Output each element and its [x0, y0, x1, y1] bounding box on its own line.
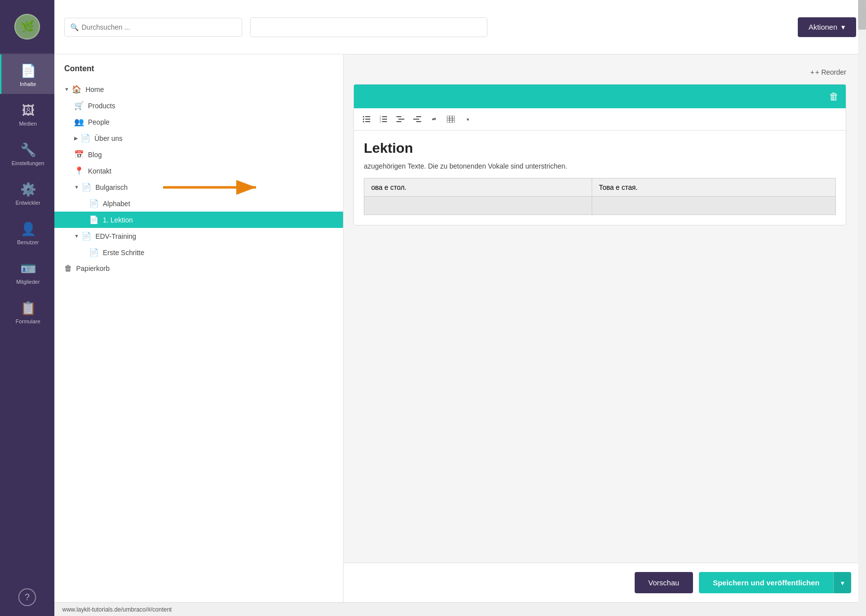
table-row: ова е стол. Това е стая. [364, 178, 836, 197]
toolbar-link[interactable] [427, 112, 441, 126]
sidebar-item-einstellungen[interactable]: 🔧 Einstellungen [0, 133, 54, 173]
erste-schritte-icon: 📄 [89, 248, 99, 257]
benutzer-icon: 👤 [20, 221, 36, 237]
svg-rect-15 [398, 119, 404, 120]
toolbar-outdent[interactable] [410, 112, 424, 126]
expand-edv-icon: ▼ [74, 233, 79, 239]
svg-rect-19 [416, 121, 421, 122]
reorder-button[interactable]: + + Reorder [353, 64, 846, 80]
expand-bulgarisch-icon: ▼ [74, 184, 79, 190]
svg-rect-4 [365, 121, 370, 122]
inhalte-icon: 📄 [20, 63, 36, 79]
preview-button[interactable]: Vorschau [635, 572, 693, 593]
tree-node-lektion-label: 1. Lektion [103, 216, 133, 224]
actions-label: Aktionen [809, 23, 837, 31]
tree-node-blog-label: Blog [88, 151, 102, 159]
tree-node-bulgarisch[interactable]: ▼ 📄 Bulgarisch [54, 179, 343, 195]
publish-button[interactable]: Speichern und veröffentlichen [699, 572, 833, 593]
svg-rect-8 [382, 116, 387, 117]
search-wrapper: 🔍 [64, 18, 242, 37]
tree-node-kontakt-label: Kontakt [88, 167, 111, 175]
tree-node-bulgarisch-label: Bulgarisch [95, 183, 128, 191]
expand-ueber-uns-icon: ▶ [74, 135, 78, 141]
publish-wrapper: Speichern und veröffentlichen ▾ [699, 572, 851, 593]
toolbar-table[interactable] [444, 112, 458, 126]
user-avatar-container[interactable]: 🌿 [0, 0, 54, 54]
sidebar-item-entwickler[interactable]: ⚙️ Entwickler [0, 173, 54, 213]
editor-card-header: 🗑 [354, 85, 846, 108]
help-button[interactable]: ? [0, 578, 54, 616]
entwickler-icon: ⚙️ [20, 182, 36, 197]
tree-node-papierkorb[interactable]: 🗑 Papierkorb [54, 261, 343, 276]
medien-icon: 🖼 [22, 103, 35, 118]
svg-rect-14 [396, 116, 401, 117]
sidebar-item-medien[interactable]: 🖼 Medien [0, 94, 54, 133]
tree-node-erste-schritte-label: Erste Schritte [103, 249, 144, 257]
toolbar-list-ul[interactable] [360, 112, 374, 126]
edv-icon: 📄 [82, 231, 91, 241]
table-cell[interactable]: ова е стол. [364, 178, 592, 197]
reorder-label: + Reorder [815, 68, 846, 76]
tree-node-ueber-uns-label: Über uns [94, 134, 123, 142]
publish-dropdown-button[interactable]: ▾ [833, 572, 851, 593]
editor-text[interactable]: azugehörigen Texte. Die zu betonenden Vo… [364, 162, 836, 170]
search-input[interactable] [64, 18, 242, 37]
topbar-mid [250, 17, 790, 37]
tree-node-lektion[interactable]: 📄 1. Lektion [54, 212, 343, 228]
table-cell[interactable]: Това е стая. [592, 178, 835, 197]
svg-point-5 [363, 116, 364, 118]
home-icon: 🏠 [72, 85, 82, 94]
svg-point-7 [363, 121, 364, 123]
tree-node-blog[interactable]: 📅 Blog [54, 146, 343, 163]
tree-node-products[interactable]: 🛒 Products [54, 97, 343, 114]
sidebar-item-formulare[interactable]: 📋 Formulare [0, 292, 54, 331]
kontakt-icon: 📍 [74, 166, 84, 176]
bulgarisch-icon: 📄 [82, 182, 91, 192]
table-cell[interactable] [592, 197, 835, 215]
status-bar: www.laykit-tutorials.de/umbraco/#/conten… [54, 602, 866, 616]
table-cell[interactable] [364, 197, 592, 215]
tree-node-kontakt[interactable]: 📍 Kontakt [54, 163, 343, 179]
svg-rect-2 [365, 116, 370, 117]
editor-heading[interactable]: Lektion [364, 140, 836, 156]
status-url: www.laykit-tutorials.de/umbraco/#/conten… [62, 606, 172, 613]
toolbar-table-dropdown[interactable]: ▾ [461, 112, 475, 126]
publish-dropdown-arrow-icon: ▾ [841, 579, 844, 587]
toolbar-list-ol[interactable]: 123 [377, 112, 390, 126]
tree-node-erste-schritte[interactable]: 📄 Erste Schritte [54, 244, 343, 261]
toolbar-indent[interactable] [393, 112, 407, 126]
actions-button[interactable]: Aktionen ▾ [798, 17, 856, 37]
sidebar-label-benutzer: Benutzer [17, 239, 39, 245]
bottom-bar: Vorschau Speichern und veröffentlichen ▾ [344, 563, 866, 602]
tree-node-edv-training[interactable]: ▼ 📄 EDV-Training [54, 228, 343, 244]
tree-node-home[interactable]: ▼ 🏠 Home [54, 81, 343, 97]
sidebar: 🌿 📄 Inhalte 🖼 Medien 🔧 Einstellungen ⚙️ … [0, 0, 54, 616]
sidebar-item-benutzer[interactable]: 👤 Benutzer [0, 213, 54, 252]
tree-node-alphabet[interactable]: 📄 Alphabet [54, 195, 343, 212]
sidebar-item-inhalte[interactable]: 📄 Inhalte [0, 54, 54, 94]
svg-rect-17 [416, 116, 421, 117]
svg-rect-16 [396, 121, 401, 122]
papierkorb-icon: 🗑 [64, 264, 72, 273]
editor-table: ова е стол. Това е стая. [364, 178, 836, 215]
topbar-field[interactable] [250, 17, 487, 37]
tree-node-ueber-uns[interactable]: ▶ 📄 Über uns [54, 130, 343, 146]
tree-title: Content [54, 64, 343, 81]
editor-card: 🗑 123 [353, 84, 846, 225]
delete-icon[interactable]: 🗑 [829, 91, 839, 102]
formulare-icon: 📋 [20, 301, 36, 316]
sidebar-label-medien: Medien [19, 121, 37, 127]
tree-node-people[interactable]: 👥 People [54, 114, 343, 130]
actions-arrow-icon: ▾ [841, 23, 845, 32]
ueber-uns-icon: 📄 [81, 133, 90, 143]
top-bar: 🔍 Aktionen ▾ [54, 0, 866, 54]
sidebar-label-formulare: Formulare [15, 318, 40, 324]
mitglieder-icon: 🪪 [20, 261, 36, 276]
sidebar-item-mitglieder[interactable]: 🪪 Mitglieder [0, 252, 54, 292]
alphabet-icon: 📄 [89, 199, 99, 208]
scrollbar-track [858, 54, 866, 563]
tree-node-products-label: Products [88, 102, 115, 110]
einstellungen-icon: 🔧 [20, 142, 36, 158]
blog-icon: 📅 [74, 150, 84, 159]
lektion-icon: 📄 [89, 215, 99, 224]
